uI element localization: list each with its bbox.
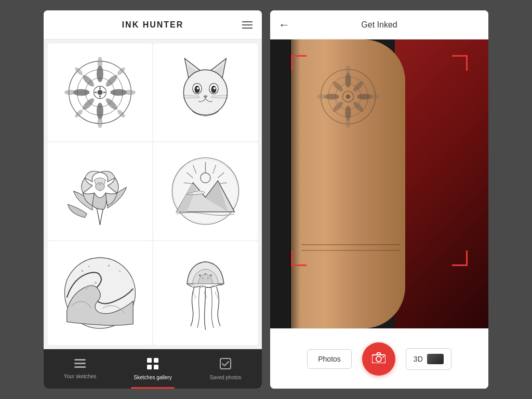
camera-shutter-button[interactable] bbox=[362, 342, 395, 376]
bottom-nav: Your sketches Sketches gallery bbox=[44, 349, 262, 389]
three-d-label: 3D bbox=[414, 355, 423, 363]
svg-point-36 bbox=[98, 182, 98, 183]
arm-shape bbox=[291, 39, 405, 328]
svg-point-74 bbox=[331, 80, 344, 93]
camera-shutter-icon bbox=[372, 352, 385, 366]
right-header: ← Get Inked bbox=[270, 10, 488, 39]
svg-point-9 bbox=[81, 73, 96, 88]
svg-point-79 bbox=[346, 118, 350, 128]
svg-point-37 bbox=[101, 182, 102, 182]
svg-rect-57 bbox=[74, 363, 86, 364]
sketches-grid bbox=[44, 39, 262, 349]
svg-point-51 bbox=[199, 274, 201, 276]
svg-rect-60 bbox=[147, 358, 152, 363]
svg-point-84 bbox=[382, 356, 384, 357]
svg-point-25 bbox=[211, 86, 216, 94]
svg-point-52 bbox=[205, 273, 207, 275]
svg-point-16 bbox=[124, 90, 136, 95]
left-header: INK HUNTER bbox=[44, 10, 262, 39]
svg-point-4 bbox=[98, 90, 103, 95]
nav-sketches-gallery[interactable]: Sketches gallery bbox=[116, 349, 189, 389]
svg-point-34 bbox=[209, 114, 210, 115]
svg-point-32 bbox=[201, 114, 202, 115]
nav-your-sketches[interactable]: Your sketches bbox=[44, 349, 116, 389]
svg-point-76 bbox=[331, 100, 344, 113]
svg-point-69 bbox=[346, 95, 350, 99]
nav-saved-photos[interactable]: Saved photos bbox=[189, 349, 262, 389]
right-panel: ← Get Inked bbox=[270, 10, 488, 389]
svg-point-12 bbox=[104, 97, 119, 111]
svg-rect-59 bbox=[83, 366, 86, 368]
svg-point-75 bbox=[352, 80, 365, 93]
svg-point-45 bbox=[91, 284, 92, 286]
svg-point-47 bbox=[82, 270, 83, 272]
svg-point-77 bbox=[352, 100, 365, 113]
svg-rect-62 bbox=[147, 365, 152, 369]
svg-rect-56 bbox=[74, 359, 86, 361]
back-button[interactable]: ← bbox=[278, 18, 290, 32]
app-title: INK HUNTER bbox=[122, 20, 184, 30]
svg-point-81 bbox=[369, 95, 380, 99]
svg-rect-63 bbox=[154, 365, 158, 369]
svg-point-17 bbox=[74, 66, 84, 76]
camera-view bbox=[270, 39, 488, 328]
sketches-gallery-icon bbox=[147, 358, 158, 372]
svg-point-83 bbox=[376, 356, 381, 362]
arm-shadow bbox=[290, 39, 300, 328]
svg-point-21 bbox=[183, 70, 227, 115]
bottom-controls: Photos 3D bbox=[270, 328, 488, 389]
svg-point-24 bbox=[194, 86, 200, 94]
svg-point-33 bbox=[205, 115, 206, 116]
svg-point-19 bbox=[74, 109, 84, 118]
svg-point-20 bbox=[116, 109, 126, 118]
svg-point-78 bbox=[346, 65, 350, 76]
three-d-button[interactable]: 3D bbox=[406, 348, 451, 370]
sketch-mountain[interactable] bbox=[153, 142, 258, 240]
svg-point-48 bbox=[88, 266, 90, 268]
left-panel: INK HUNTER bbox=[44, 10, 262, 389]
svg-point-46 bbox=[95, 282, 97, 284]
svg-point-50 bbox=[119, 270, 121, 272]
svg-point-55 bbox=[207, 277, 209, 279]
svg-point-44 bbox=[85, 286, 88, 289]
svg-rect-61 bbox=[154, 358, 158, 363]
svg-point-18 bbox=[116, 66, 126, 76]
sketch-jellyfish[interactable] bbox=[153, 241, 258, 345]
saved-photos-icon bbox=[220, 358, 231, 372]
svg-point-49 bbox=[108, 264, 110, 266]
sketch-wave[interactable] bbox=[48, 241, 152, 345]
nav-sketches-gallery-label: Sketches gallery bbox=[134, 375, 171, 380]
your-sketches-icon bbox=[74, 359, 86, 371]
right-header-title: Get Inked bbox=[361, 20, 397, 30]
svg-point-80 bbox=[317, 95, 327, 99]
fabric-bg bbox=[395, 39, 488, 328]
svg-point-53 bbox=[210, 274, 212, 276]
svg-point-13 bbox=[98, 57, 103, 68]
svg-point-15 bbox=[64, 90, 76, 95]
sketch-cat[interactable] bbox=[153, 44, 258, 141]
svg-point-10 bbox=[104, 73, 119, 88]
three-d-swatch bbox=[427, 354, 444, 364]
sketch-mandala[interactable] bbox=[48, 44, 152, 141]
nav-your-sketches-label: Your sketches bbox=[64, 374, 96, 379]
svg-point-27 bbox=[214, 87, 216, 89]
sketch-rose[interactable] bbox=[48, 142, 152, 240]
svg-point-54 bbox=[202, 277, 204, 279]
svg-point-14 bbox=[98, 116, 103, 128]
svg-point-26 bbox=[197, 87, 199, 89]
svg-point-38 bbox=[99, 184, 100, 185]
nav-saved-photos-label: Saved photos bbox=[209, 375, 241, 380]
photos-button[interactable]: Photos bbox=[307, 349, 352, 369]
menu-icon[interactable] bbox=[242, 21, 252, 29]
svg-point-11 bbox=[81, 97, 96, 111]
